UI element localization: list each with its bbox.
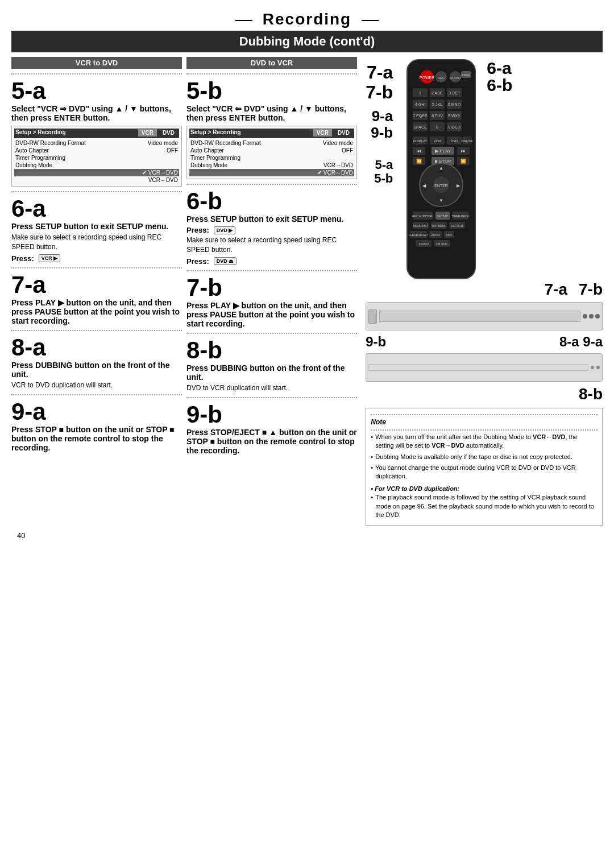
label-8b-bottom: 8-b (579, 385, 603, 403)
page-title: Recording (11, 6, 603, 31)
svg-text:⏭: ⏭ (461, 148, 466, 154)
step-6b-press2: Press: DVD ⏏ (186, 257, 357, 266)
svg-text:SKIP: SKIP (446, 233, 453, 237)
divider-4 (11, 330, 182, 331)
step-6b-num: 6-b (186, 189, 357, 213)
device-btn-1 (583, 314, 587, 319)
svg-text:VCR: VCR (434, 139, 441, 143)
step-9b-num: 9-b (186, 403, 357, 427)
divider-5 (11, 394, 182, 395)
note-vcr-dvd-item-1: The playback sound mode is followed by t… (371, 493, 598, 519)
vcr-to-dvd-label: VCR to DVD (76, 59, 118, 67)
svg-text:3 DEF: 3 DEF (449, 91, 460, 95)
step-5a-num: 5-a (11, 79, 182, 103)
svg-text:1: 1 (419, 91, 421, 95)
note-vcr-dvd-title: • For VCR to DVD duplication: (371, 485, 598, 493)
step-8a-title: Press DUBBING button on the front of the… (11, 361, 182, 379)
step-8a-body: VCR to DVD duplication will start. (11, 381, 182, 390)
mid-menu-row-1: DVD-RW Recording Format Video mode (189, 139, 354, 147)
step-6b-body: Make sure to select a recording speed us… (186, 235, 357, 255)
vcr-to-dvd-column: VCR to DVD 5-a Select "VCR ⇒ DVD" using … (11, 57, 182, 526)
device-tape-slot (379, 311, 580, 322)
mid-divider-5 (186, 397, 357, 398)
step-6b-press: Press: DVD ▶ (186, 226, 357, 234)
subtitle-text: Dubbing Mode (cont'd) (239, 34, 375, 48)
step-8b-num: 8-b (186, 338, 357, 362)
remote-svg: POWER REC AUDIO OPEN 1 2 ABC (396, 57, 487, 284)
label-5b-left: 5-b (374, 172, 393, 185)
dvd-to-vcr-header: DVD to VCR (186, 57, 357, 69)
svg-text:PAUSE: PAUSE (462, 139, 473, 143)
menu-tabs: VCR DVD (138, 129, 178, 137)
step-8a: 8-a Press DUBBING button on the front of… (11, 336, 182, 390)
menu-screenshot-vcr: Setup > Recording VCR DVD DVD-RW Recordi… (11, 126, 182, 187)
note-item-3: You cannot change the output mode during… (371, 464, 598, 481)
svg-text:AUDIO: AUDIO (450, 76, 461, 80)
note-divider-top (371, 414, 598, 415)
vcr-icon: VCR ▶ (39, 254, 61, 262)
svg-text:SPACE: SPACE (414, 125, 428, 129)
step-9b-title: Press STOP/EJECT ■ ▲ button on the unit … (186, 428, 357, 455)
label-8a-9a-bottom: 8-a 9-a (559, 334, 603, 350)
step-7b-num: 7-b (186, 276, 357, 300)
step-6a-num: 6-a (11, 197, 182, 221)
step-9b: 9-b Press STOP/EJECT ■ ▲ button on the u… (186, 403, 357, 455)
step-7a-title: Press PLAY ▶ button on the unit, and the… (11, 298, 182, 325)
svg-text:MENU/LIST: MENU/LIST (413, 224, 429, 228)
svg-text:5 JKL: 5 JKL (432, 102, 442, 106)
device-btn-2 (589, 314, 594, 319)
mid-menu-row-5-selected: ✔ VCR←DVD (189, 169, 354, 176)
svg-text:◀: ◀ (422, 183, 426, 188)
mid-menu-header-row: Setup > Recording VCR DVD (189, 129, 354, 138)
mid-menu-row-2: Auto Chapter OFF (189, 147, 354, 154)
step-6b-title: Press SETUP button to exit SETUP menu. (186, 214, 357, 224)
dvd-device-bottom (366, 353, 603, 382)
step-5b-title: Select "VCR ⇐ DVD" using ▲ / ▼ buttons, … (186, 104, 357, 122)
svg-text:STASH/: STASH/ (418, 242, 429, 246)
page-number: 40 (11, 531, 603, 540)
svg-text:REC MONITOR: REC MONITOR (413, 214, 433, 218)
page-container: Recording Dubbing Mode (cont'd) VCR to D… (0, 0, 614, 551)
step-5a: 5-a Select "VCR ⇒ DVD" using ▲ / ▼ butto… (11, 79, 182, 187)
note-box: Note When you turn off the unit after se… (366, 408, 603, 526)
step-7b-title: Press PLAY ▶ button on the unit, and the… (186, 301, 357, 328)
step-9a-num: 9-a (11, 400, 182, 424)
svg-text:POWER: POWER (420, 76, 434, 80)
dvd-tray (368, 364, 588, 371)
left-two-columns: VCR to DVD 5-a Select "VCR ⇒ DVD" using … (11, 57, 361, 526)
step-5b: 5-b Select "VCR ⇐ DVD" using ▲ / ▼ butto… (186, 79, 357, 179)
svg-text:8 TUV: 8 TUV (432, 114, 443, 118)
step-9a-title: Press STOP ■ button on the unit or STOP … (11, 425, 182, 452)
step-8a-num: 8-a (11, 336, 182, 359)
step-6a-title: Press SETUP button to exit SETUP menu. (11, 222, 182, 231)
mid-divider-1 (186, 73, 357, 75)
device-buttons (583, 314, 600, 319)
svg-text:▲: ▲ (439, 166, 443, 171)
step-7b: 7-b Press PLAY ▶ button on the unit, and… (186, 276, 357, 328)
menu-row-3: Timer Programming (14, 154, 179, 162)
label-9a-left: 9-a (372, 108, 393, 125)
mid-menu-row-3: Timer Programming (189, 154, 354, 162)
svg-text:ZOOM: ZOOM (432, 233, 440, 237)
main-content: VCR to DVD 5-a Select "VCR ⇒ DVD" using … (11, 57, 603, 526)
label-6a: 6-a (487, 60, 512, 77)
page-subtitle: Dubbing Mode (cont'd) (11, 31, 603, 52)
svg-text:VIDEO: VIDEO (448, 125, 460, 129)
svg-text:⏪: ⏪ (416, 158, 422, 164)
svg-text:0: 0 (436, 125, 438, 129)
mid-divider-4 (186, 333, 357, 334)
remote-control: POWER REC AUDIO OPEN 1 2 ABC (396, 57, 487, 286)
divider-3 (11, 267, 182, 268)
svg-text:DISPLAY: DISPLAY (413, 139, 428, 143)
note-item-1: When you turn off the unit after set the… (371, 433, 598, 450)
svg-text:▶ PLAY: ▶ PLAY (435, 148, 451, 154)
menu-header-row: Setup > Recording VCR DVD (14, 129, 179, 138)
step-7a-num: 7-a (11, 273, 182, 297)
bottom-labels-row2: 9-b 8-a 9-a (366, 334, 603, 350)
mid-divider-2 (186, 184, 357, 185)
label-5a-left: 5-a (375, 158, 393, 172)
svg-text:ENTER: ENTER (434, 184, 448, 188)
label-7b-left: 7-b (366, 82, 393, 102)
mid-divider-3 (186, 270, 357, 271)
svg-text:CM SKIP: CM SKIP (436, 242, 448, 246)
